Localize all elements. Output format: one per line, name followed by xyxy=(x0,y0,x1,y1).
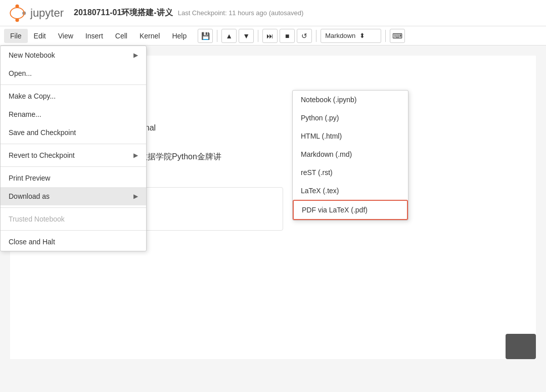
fast-forward-button[interactable]: ⏭ xyxy=(262,29,278,43)
menu-edit[interactable]: Edit xyxy=(28,29,52,43)
download-submenu: Notebook (.ipynb) Python (.py) HTML (.ht… xyxy=(292,90,408,221)
download-arrow-icon: ▶ xyxy=(133,193,138,200)
corner-box xyxy=(506,334,536,359)
menu-kernel[interactable]: Kernel xyxy=(133,29,166,43)
checkpoint-info: Last Checkpoint: 11 hours ago (autosaved… xyxy=(178,9,304,17)
menu-print-preview[interactable]: Print Preview xyxy=(1,169,146,187)
jupyter-logo-icon xyxy=(8,4,26,22)
move-down-button[interactable]: ▼ xyxy=(239,29,254,43)
file-dropdown-menu: New Notebook ▶ Open... Make a Copy... Re… xyxy=(0,46,147,251)
restart-button[interactable]: ↺ xyxy=(297,29,312,43)
download-html[interactable]: HTML (.html) xyxy=(293,127,408,145)
menu-insert[interactable]: Insert xyxy=(79,29,109,43)
menu-file[interactable]: File xyxy=(4,29,28,43)
submenu-arrow-icon: ▶ xyxy=(133,52,138,59)
menu-save-checkpoint[interactable]: Save and Checkpoint xyxy=(1,123,146,142)
menu-open[interactable]: Open... xyxy=(1,64,146,82)
revert-arrow-icon: ▶ xyxy=(133,152,138,159)
divider-1 xyxy=(1,84,146,85)
menu-make-copy[interactable]: Make a Copy... xyxy=(1,87,146,105)
download-latex[interactable]: LaTeX (.tex) xyxy=(293,182,408,200)
move-up-button[interactable]: ▲ xyxy=(221,29,237,43)
jupyter-wordmark: jupyter xyxy=(30,7,64,20)
menu-revert-checkpoint[interactable]: Revert to Checkpoint ▶ xyxy=(1,146,146,164)
menu-view[interactable]: View xyxy=(52,29,79,43)
download-pdf[interactable]: PDF via LaTeX (.pdf) xyxy=(293,200,408,220)
keyboard-shortcut-button[interactable]: ⌨ xyxy=(390,29,405,43)
divider-4 xyxy=(1,207,146,208)
menu-close-halt[interactable]: Close and Halt xyxy=(1,233,146,251)
menu-new-notebook[interactable]: New Notebook ▶ xyxy=(1,46,146,64)
svg-point-3 xyxy=(10,8,24,19)
download-py[interactable]: Python (.py) xyxy=(293,109,408,127)
toolbar-separator-2 xyxy=(258,30,258,42)
toolbar-separator-3 xyxy=(316,30,316,42)
top-bar: jupyter 20180711-01环境搭建-讲义 Last Checkpoi… xyxy=(0,0,546,26)
toolbar-separator-1 xyxy=(217,30,217,42)
cell-type-dropdown[interactable]: Markdown ⬍ xyxy=(321,29,381,43)
save-button[interactable]: 💾 xyxy=(198,29,213,43)
divider-2 xyxy=(1,144,146,144)
menu-trusted-notebook[interactable]: Trusted Notebook xyxy=(1,210,146,228)
notebook-title: 20180711-01环境搭建-讲义 xyxy=(74,8,173,18)
menu-cell[interactable]: Cell xyxy=(109,29,133,43)
menu-rename[interactable]: Rename... xyxy=(1,105,146,123)
download-ipynb[interactable]: Notebook (.ipynb) xyxy=(293,91,408,109)
divider-3 xyxy=(1,166,146,167)
jupyter-logo: jupyter xyxy=(8,4,64,22)
download-rst[interactable]: reST (.rst) xyxy=(293,163,408,182)
download-md[interactable]: Markdown (.md) xyxy=(293,145,408,163)
toolbar-separator-4 xyxy=(385,30,386,42)
divider-5 xyxy=(1,230,146,231)
menu-bar: File Edit View Insert Cell Kernel Help 💾… xyxy=(0,26,546,46)
dropdown-arrow-icon: ⬍ xyxy=(359,32,365,39)
menu-download-as[interactable]: Download as ▶ xyxy=(1,187,146,205)
menu-help[interactable]: Help xyxy=(166,29,193,43)
stop-button[interactable]: ■ xyxy=(280,29,295,43)
